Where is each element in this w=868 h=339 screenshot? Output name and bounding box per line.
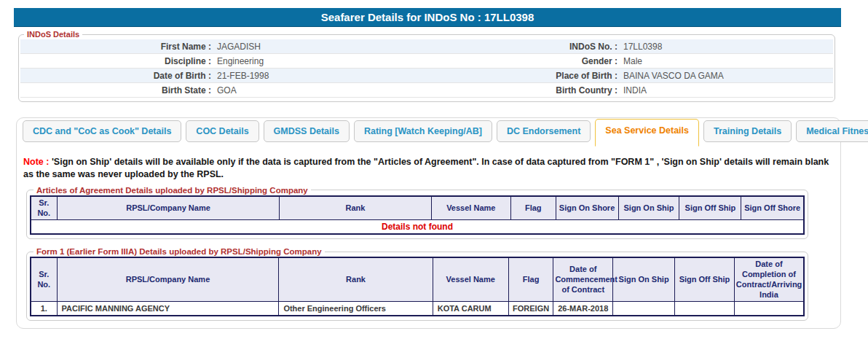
tab-cdc-coc-as-cook-details[interactable]: CDC and "CoC as Cook" Details	[23, 120, 181, 142]
tab-bar: CDC and "CoC as Cook" Details COC Detail…	[17, 118, 840, 147]
col-sign-off-shore: Sign Off Shore	[741, 196, 804, 220]
col-rpsl-company-name: RPSL/Company Name	[57, 196, 280, 220]
col-vessel-name: Vessel Name	[431, 196, 510, 220]
col-sr-no: Sr. No.	[31, 257, 57, 302]
table-row: 1. PACIFIC MANNING AGENCY Other Engineer…	[31, 302, 804, 316]
cell-rank: Other Engineering Officers	[279, 302, 433, 316]
empty-result-row: Details not found	[31, 220, 804, 235]
indos-details-section: INDoS Details First Name :JAGADISH INDoS…	[18, 30, 835, 102]
discipline-value: Engineering	[217, 54, 264, 68]
tab-gmdss-details[interactable]: GMDSS Details	[264, 120, 350, 142]
birth-state-label: Birth State :	[20, 83, 211, 97]
col-sign-on-ship: Sign On Ship	[618, 196, 679, 220]
tab-medical-fitness-certificate[interactable]: Medical Fitness Certificate	[796, 120, 868, 142]
gender-value: Male	[623, 54, 642, 68]
col-sign-off-ship: Sign Off Ship	[679, 196, 741, 220]
form1-table: Sr. No. RPSL/Company Name Rank Vessel Na…	[30, 257, 805, 316]
tab-coc-details[interactable]: COC Details	[186, 120, 259, 142]
col-date-of-commencement: Date of Commencement of Contract	[553, 257, 613, 302]
note-prefix: Note :	[23, 157, 52, 167]
dob-label: Date of Birth :	[20, 69, 211, 82]
articles-of-agreement-table: Sr. No. RPSL/Company Name Rank Vessel Na…	[30, 195, 805, 235]
col-vessel-name: Vessel Name	[433, 257, 508, 302]
sign-on-ship-note: Note : 'Sign on Ship' details will be av…	[23, 156, 830, 181]
place-of-birth-value: BAINA VASCO DA GAMA	[623, 69, 724, 82]
articles-table-header-row: Sr. No. RPSL/Company Name Rank Vessel Na…	[31, 196, 804, 220]
birth-country-value: INDIA	[623, 83, 647, 97]
gender-label: Gender :	[427, 54, 618, 68]
col-sign-off-ship: Sign Off Ship	[675, 257, 735, 302]
birth-state-value: GOA	[217, 83, 237, 97]
articles-of-agreement-legend: Articles of Agreement Details uploaded b…	[33, 186, 311, 195]
place-of-birth-label: Place of Birth :	[427, 69, 618, 82]
col-sign-on-ship: Sign On Ship	[613, 257, 675, 302]
form1-section: Form 1 (Earlier Form IIIA) Details uploa…	[26, 247, 808, 321]
discipline-label: Discipline :	[20, 54, 211, 68]
cell-date-of-commencement: 26-MAR-2018	[553, 302, 613, 316]
cell-vessel-name: KOTA CARUM	[433, 302, 508, 316]
col-sr-no: Sr. No.	[31, 196, 57, 220]
tab-training-details[interactable]: Training Details	[703, 120, 792, 142]
indos-no-label: INDoS No. :	[427, 39, 618, 53]
birth-country-label: Birth Country :	[427, 83, 618, 97]
cell-sign-on-ship	[613, 302, 675, 316]
col-rank: Rank	[280, 196, 431, 220]
tab-dc-endorsement[interactable]: DC Endorsement	[497, 120, 591, 142]
detail-row-birth: Date of Birth :21-FEB-1998 Place of Birt…	[20, 69, 833, 83]
detail-row-state: Birth State :GOA Birth Country :INDIA	[20, 83, 833, 98]
first-name-label: First Name :	[20, 39, 211, 53]
page-title: Seafarer Details for INDoS No : 17LL0398	[14, 8, 841, 27]
cell-rpsl-company-name: PACIFIC MANNING AGENCY	[57, 302, 279, 316]
tab-sea-service-details[interactable]: Sea Service Details	[595, 119, 699, 147]
cell-sign-off-ship	[675, 302, 735, 316]
detail-row-discipline: Discipline :Engineering Gender :Male	[20, 54, 833, 69]
indos-no-value: 17LL0398	[623, 39, 662, 53]
col-rank: Rank	[279, 257, 433, 302]
cell-sr-no: 1.	[31, 302, 57, 316]
form1-legend: Form 1 (Earlier Form IIIA) Details uploa…	[33, 247, 325, 256]
details-not-found-message: Details not found	[31, 220, 804, 235]
col-date-of-completion: Date of Completion of Contract/Arriving …	[734, 257, 804, 302]
col-flag: Flag	[510, 196, 556, 220]
form1-table-header-row: Sr. No. RPSL/Company Name Rank Vessel Na…	[31, 257, 804, 302]
articles-of-agreement-section: Articles of Agreement Details uploaded b…	[26, 186, 808, 240]
tab-rating-watch-keeping-ab[interactable]: Rating [Watch Keeping/AB]	[354, 120, 492, 142]
cell-date-of-completion	[734, 302, 804, 316]
cell-flag: FOREIGN	[508, 302, 553, 316]
first-name-value: JAGADISH	[217, 39, 261, 53]
note-text: 'Sign on Ship' details will be available…	[23, 157, 829, 179]
detail-row-name: First Name :JAGADISH INDoS No. :17LL0398	[20, 39, 833, 54]
seafarer-tabs-panel: CDC and "CoC as Cook" Details COC Detail…	[16, 117, 841, 329]
col-sign-on-shore: Sign On Shore	[556, 196, 618, 220]
col-flag: Flag	[508, 257, 553, 302]
col-rpsl-company-name: RPSL/Company Name	[57, 257, 279, 302]
dob-value: 21-FEB-1998	[217, 69, 269, 82]
indos-details-legend: INDoS Details	[24, 30, 82, 39]
